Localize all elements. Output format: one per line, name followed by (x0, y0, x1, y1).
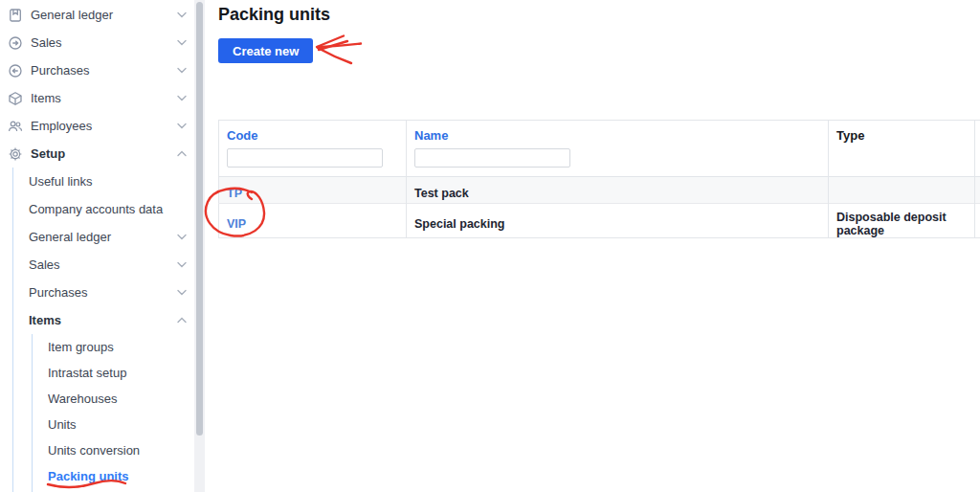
row-type-cell (829, 177, 975, 204)
sidebar: General ledger Sales Purchases Items Emp… (0, 0, 194, 492)
code-filter-input[interactable] (227, 148, 383, 168)
name-filter-input[interactable] (414, 148, 570, 168)
sidebar-item-company-accounts-data[interactable]: Company accounts data (13, 195, 194, 223)
page-title: Packing units (218, 5, 330, 25)
chevron-down-icon (177, 123, 187, 129)
sidebar-item-sales[interactable]: Sales (0, 29, 194, 56)
sidebar-item-packing-units[interactable]: Packing units (33, 463, 194, 489)
table-row: TP Test pack (219, 177, 980, 204)
people-icon (8, 119, 23, 134)
sidebar-item-label: General ledger (29, 230, 177, 244)
table-header-row: Code Name Type (219, 121, 980, 177)
gear-icon (8, 146, 23, 162)
arrow-right-circle-icon (8, 35, 23, 51)
chevron-down-icon (177, 261, 187, 268)
sidebar-item-label: Packing units (48, 469, 187, 483)
sidebar-item-label: Units (48, 417, 187, 432)
sidebar-item-label: Purchases (29, 285, 177, 300)
sidebar-item-setup[interactable]: Setup (0, 140, 194, 168)
packing-units-table-wrap: Code Name Type TP Test pack (218, 120, 980, 238)
row-name-cell: Test pack (407, 177, 829, 204)
sidebar-item-employees[interactable]: Employees (0, 112, 194, 140)
column-header-cell-name: Name (407, 121, 829, 177)
sidebar-item-intrastat-setup[interactable]: Intrastat setup (33, 360, 194, 386)
chevron-down-icon (177, 67, 187, 74)
sidebar-item-label: General ledger (31, 8, 177, 22)
sidebar-item-label: Item groups (48, 340, 187, 354)
sidebar-item-purchases[interactable]: Purchases (0, 56, 194, 84)
sidebar-item-label: Intrastat setup (48, 366, 187, 380)
sidebar-item-useful-links[interactable]: Useful links (13, 168, 194, 195)
sidebar-item-label: Purchases (31, 63, 177, 78)
main-content: Packing units Create new Code Name Type (205, 0, 980, 492)
sidebar-item-label: Items (29, 313, 177, 327)
scrollbar-thumb[interactable] (196, 2, 203, 436)
sidebar-item-units-conversion[interactable]: Units conversion (33, 437, 194, 463)
row-name-cell: Special packing (407, 204, 829, 238)
sidebar-item-label: Useful links (29, 174, 187, 189)
ledger-icon (8, 8, 23, 23)
sidebar-item-setup-purchases[interactable]: Purchases (13, 279, 194, 306)
chevron-down-icon (177, 39, 187, 46)
chevron-up-icon (177, 150, 187, 157)
sidebar-item-setup-sales[interactable]: Sales (13, 251, 194, 279)
row-type-cell: Disposable deposit package (829, 204, 975, 238)
table-row: VIP Special packing Disposable deposit p… (219, 204, 980, 238)
sidebar-item-label: Sales (31, 35, 177, 50)
chevron-down-icon (177, 95, 187, 101)
column-header-name[interactable]: Name (414, 128, 820, 143)
sidebar-scrollbar[interactable] (194, 0, 205, 492)
sidebar-item-warehouses[interactable]: Warehouses (33, 386, 194, 412)
sidebar-item-general-ledger[interactable]: General ledger (0, 1, 194, 29)
sidebar-item-units[interactable]: Units (33, 412, 194, 437)
sidebar-item-label: Company accounts data (29, 202, 187, 216)
chevron-down-icon (177, 234, 187, 240)
column-header-filler (975, 121, 980, 177)
items-submenu: Item groups Intrastat setup Warehouses U… (32, 334, 194, 492)
sidebar-item-item-groups[interactable]: Item groups (33, 334, 194, 360)
sidebar-item-label: Setup (31, 146, 177, 161)
create-new-button[interactable]: Create new (218, 38, 313, 63)
sidebar-item-label: Units conversion (48, 443, 187, 458)
sidebar-item-label: Employees (31, 119, 177, 133)
setup-submenu: Useful links Company accounts data Gener… (12, 168, 194, 492)
chevron-down-icon (177, 11, 187, 18)
arrow-left-circle-icon (8, 63, 23, 78)
column-header-code[interactable]: Code (227, 128, 398, 143)
sidebar-item-label: Warehouses (48, 391, 187, 406)
sidebar-item-label: Sales (29, 257, 177, 272)
chevron-down-icon (177, 289, 187, 296)
column-header-cell-type: Type (829, 121, 975, 177)
packing-units-table: Code Name Type TP Test pack (218, 120, 980, 238)
sidebar-item-label: Items (31, 91, 177, 105)
row-code-link[interactable]: VIP (219, 204, 407, 238)
chevron-up-icon (177, 317, 187, 324)
sidebar-item-setup-items[interactable]: Items (13, 306, 194, 334)
cube-icon (8, 91, 23, 106)
column-header-type: Type (836, 128, 967, 143)
sidebar-item-items[interactable]: Items (0, 84, 194, 112)
sidebar-item-setup-general-ledger[interactable]: General ledger (13, 223, 194, 251)
row-code-link[interactable]: TP (219, 177, 407, 204)
column-header-cell-code: Code (219, 121, 407, 177)
